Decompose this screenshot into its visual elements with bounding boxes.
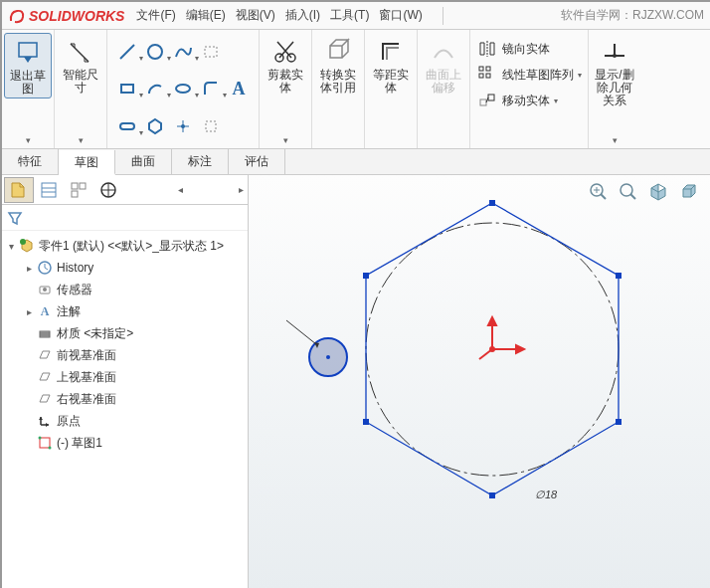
linear-pattern-button[interactable]: 线性草图阵列▾ [476,62,582,88]
tree-sketch1[interactable]: (-) 草图1 [4,432,246,454]
tree-material[interactable]: 材质 <未指定> [4,322,246,344]
ribbon-group-sketch-tools: ▾ ▾ ▾ ▾ ▾ ▾ ▾ A ▾ [107,30,260,148]
rect-dashed-tool[interactable] [198,39,224,65]
svg-rect-3 [121,85,133,93]
mirror-icon [476,38,498,60]
slot-tool[interactable]: ▾ [114,113,140,139]
menu-insert[interactable]: 插入(I) [285,7,320,24]
svg-point-62 [490,347,494,351]
dropdown-icon[interactable]: ▾ [26,135,31,145]
tree-origin[interactable]: 原点 [4,410,246,432]
tree-top-plane-label: 上视基准面 [57,369,116,386]
menu-bar: SOLIDWORKS 文件(F) 编辑(E) 视图(V) 插入(I) 工具(T)… [2,2,710,30]
svg-rect-26 [72,183,78,189]
tab-sketch[interactable]: 草图 [59,150,115,175]
rect-dashed-icon [201,42,221,62]
menu-separator [443,7,444,25]
fillet-tool[interactable]: ▾ [198,76,224,101]
line-tool[interactable]: ▾ [114,39,140,65]
ellipse-tool[interactable]: ▾ [170,76,196,101]
show-hide-button[interactable]: 显示/删 除几何 关系 [591,33,638,109]
smart-dim-label: 智能尺 寸 [63,69,98,95]
svg-rect-17 [486,74,490,78]
menu-window[interactable]: 窗口(W) [379,7,422,24]
exit-sketch-button[interactable]: 退出草 图 [4,33,52,98]
spline-tool[interactable]: ▾ [170,39,196,65]
tree-top-plane[interactable]: 上视基准面 [4,366,246,388]
move-icon [476,90,498,111]
arc-tool[interactable]: ▾ [142,76,168,101]
trim-icon [270,37,300,67]
text-tool[interactable]: A [226,76,252,101]
polygon-tool[interactable] [142,113,168,139]
history-icon [36,259,54,277]
expand-icon[interactable]: ▸ [22,306,36,317]
dropdown-icon: ▾ [578,71,582,80]
move-button[interactable]: 移动实体▾ [476,88,582,113]
svg-rect-0 [19,43,37,57]
convert-button[interactable]: 转换实 体引用 [314,33,362,97]
rect-tool[interactable]: ▾ [114,76,140,101]
dropdown-icon[interactable]: ▾ [283,135,288,145]
svg-marker-6 [149,119,161,133]
svg-point-41 [49,447,52,450]
sketch-canvas[interactable]: ∅18 [249,175,710,588]
feature-manager-tab[interactable] [4,177,34,203]
tab-annotate[interactable]: 标注 [172,149,229,174]
menu-edit[interactable]: 编辑(E) [186,7,226,24]
circle-tool[interactable]: ▾ [142,39,168,65]
plane-icon [36,390,54,408]
offset-button[interactable]: 等距实 体 [367,33,415,97]
filter-icon[interactable] [6,209,24,227]
dashed-square-tool[interactable] [198,113,224,139]
trim-button[interactable]: 剪裁实 体 [262,33,309,97]
panel-nav-prev[interactable]: ◂ [176,184,185,195]
circle-icon [145,42,165,62]
tree-root[interactable]: ▾ 零件1 (默认) <<默认>_显示状态 1> [4,235,246,257]
tree-front-plane[interactable]: 前视基准面 [4,344,246,366]
dropdown-icon[interactable]: ▾ [613,135,618,145]
tree-root-label: 零件1 (默认) <<默认>_显示状态 1> [39,238,224,255]
menu-tools[interactable]: 工具(T) [330,7,369,24]
tree-annotations[interactable]: ▸ A 注解 [4,300,246,322]
ribbon-group-trim: 剪裁实 体 ▾ [260,30,312,148]
tree-history[interactable]: ▸ History [4,257,246,279]
feature-manager-panel: ◂ ▸ ▾ 零件1 (默认) <<默认>_显示状态 1> ▸ History 传… [2,175,249,588]
tree-sensors[interactable]: 传感器 [4,279,246,300]
app-logo: SOLIDWORKS [8,7,124,25]
curve-surface-button[interactable]: 曲面上 偏移 [420,33,467,97]
dropdown-icon: ▾ [554,97,558,105]
point-tool[interactable] [170,113,196,139]
tab-evaluate[interactable]: 评估 [229,149,285,174]
mirror-button[interactable]: 镜向实体 [476,36,582,62]
tree-sketch1-label: (-) 草图1 [57,435,102,452]
menu-file[interactable]: 文件(F) [136,7,175,24]
expand-icon[interactable]: ▾ [4,241,18,252]
dimxpert-tab[interactable] [93,177,123,203]
dropdown-icon[interactable]: ▾ [79,135,84,145]
curve-surface-label: 曲面上 偏移 [426,69,461,95]
tab-surface[interactable]: 曲面 [115,149,172,174]
menu-view[interactable]: 视图(V) [236,7,275,24]
arc-icon [145,79,165,98]
tree-right-plane[interactable]: 右视基准面 [4,388,246,410]
menu-items: 文件(F) 编辑(E) 视图(V) 插入(I) 工具(T) 窗口(W) [136,7,432,24]
panel-nav-next[interactable]: ▸ [237,184,246,195]
trim-label: 剪裁实 体 [267,69,303,95]
show-hide-icon [600,37,629,67]
smart-dim-icon [66,37,95,67]
svg-rect-16 [479,74,483,78]
point-icon [173,116,193,136]
svg-rect-10 [206,121,216,131]
config-manager-tab[interactable] [64,177,93,203]
tab-feature[interactable]: 特征 [2,149,59,174]
property-icon [39,180,59,200]
expand-icon[interactable]: ▸ [22,263,36,274]
property-manager-tab[interactable] [34,177,64,203]
ellipse-icon [173,79,193,98]
linear-pattern-label: 线性草图阵列 [502,67,574,84]
smart-dim-button[interactable]: 智能尺 寸 [57,33,104,97]
line-icon [117,42,137,62]
dimension-label[interactable]: ∅18 [535,489,557,501]
panel-toolbar: ◂ ▸ [2,175,248,205]
